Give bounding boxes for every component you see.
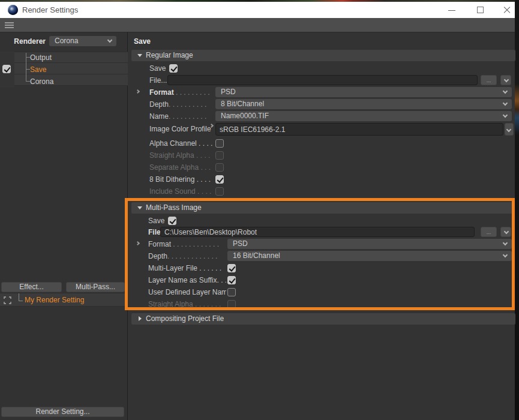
triangle-right-icon xyxy=(139,316,142,321)
regular-depth-dropdown[interactable]: 8 Bit/Channel xyxy=(215,99,512,109)
sidebar-item-output[interactable] xyxy=(0,52,128,63)
titlebar[interactable]: Render Settings xyxy=(0,2,515,18)
include-sound-checkbox xyxy=(215,187,224,196)
chevron-down-icon xyxy=(504,77,509,82)
regular-format-dropdown[interactable]: PSD xyxy=(215,87,512,97)
multipass-format-expander-icon[interactable] xyxy=(136,241,140,245)
regular-icc-options-button[interactable] xyxy=(505,123,514,136)
minimize-icon xyxy=(448,10,455,11)
regular-format-label: Format . . . . . . . . . xyxy=(149,86,213,98)
regular-file-input[interactable] xyxy=(167,75,478,85)
chevron-down-icon xyxy=(504,229,509,234)
multipass-file-input[interactable] xyxy=(160,227,475,237)
panel-title: Save xyxy=(134,37,151,46)
sidebar-item-save[interactable] xyxy=(0,63,128,74)
chevron-down-icon xyxy=(503,101,508,106)
regular-save-row: Save xyxy=(149,62,178,74)
multilayer-file-checkbox[interactable] xyxy=(227,264,236,272)
multipass-file-browse-button[interactable]: ... xyxy=(481,227,497,237)
maximize-button[interactable] xyxy=(470,2,491,18)
multipass-save-row: Save xyxy=(148,215,176,227)
close-button[interactable] xyxy=(496,2,518,18)
background-app-strip-right xyxy=(515,0,519,420)
triangle-down-icon xyxy=(137,206,142,209)
multipass-file-label: File xyxy=(148,226,161,238)
format-expander-icon[interactable] xyxy=(136,89,140,94)
chevron-down-icon xyxy=(503,89,508,94)
regular-file-options-button[interactable] xyxy=(500,75,511,85)
save-settings-panel: Save Regular Image Save File... ... Form… xyxy=(128,32,515,420)
window-title: Render Settings xyxy=(22,2,78,18)
render-settings-window: Render Settings Renderer Corona xyxy=(0,2,515,420)
separate-alpha-label: Separate Alpha . . . xyxy=(149,161,214,173)
chevron-down-icon xyxy=(506,127,511,132)
dithering-label: 8 Bit Dithering . . . . xyxy=(149,173,214,185)
compositing-project-file-group-header[interactable]: Compositing Project File xyxy=(131,313,515,325)
menubar xyxy=(0,18,515,32)
sidebar-item-corona[interactable] xyxy=(0,74,128,86)
multipass-format-label: Format . . . . . . . . . . . . xyxy=(148,238,225,250)
tree-label-corona[interactable]: Corona xyxy=(30,76,53,88)
user-defined-layer-name-checkbox[interactable] xyxy=(227,288,236,296)
chevron-down-icon xyxy=(107,38,112,43)
multilayer-file-label: Multi-Layer File . . . . . . xyxy=(148,262,226,274)
regular-name-label: Name. . . . . . . . . . xyxy=(149,110,213,122)
chevron-down-icon xyxy=(503,253,508,257)
tree-label-output[interactable]: Output xyxy=(30,52,52,64)
multipass-image-group-header[interactable]: Multi-Pass Image xyxy=(131,202,512,214)
effect-button[interactable]: Effect... xyxy=(1,282,62,292)
render-setting-item-label: My Render Setting xyxy=(25,293,84,307)
alpha-channel-label: Alpha Channel . . . . xyxy=(149,137,214,149)
dithering-checkbox[interactable] xyxy=(215,175,224,184)
include-sound-label: Include Sound . . . . xyxy=(149,185,214,197)
hamburger-menu-icon[interactable] xyxy=(5,22,14,29)
tree-label-save[interactable]: Save xyxy=(30,64,46,76)
regular-save-checkbox[interactable] xyxy=(169,64,178,73)
regular-depth-label: Depth. . . . . . . . . . xyxy=(149,98,213,110)
render-settings-screen: Render Settings Renderer Corona xyxy=(0,0,519,420)
triangle-down-icon xyxy=(137,54,142,57)
renderer-dropdown[interactable]: Corona xyxy=(49,36,116,46)
tree-elbow-line xyxy=(19,293,19,301)
layer-name-suffix-checkbox[interactable] xyxy=(227,276,236,284)
save-enabled-checkbox[interactable] xyxy=(2,65,11,73)
multipass-save-checkbox[interactable] xyxy=(168,217,176,225)
render-setting-item[interactable]: My Render Setting xyxy=(0,293,128,307)
alpha-channel-checkbox[interactable] xyxy=(215,139,224,148)
cinema4d-app-icon xyxy=(8,5,18,15)
sidebar: Renderer Corona Output Save Cor xyxy=(0,32,128,420)
minimize-button[interactable] xyxy=(441,2,463,18)
multipass-file-options-button[interactable] xyxy=(500,227,511,237)
maximize-icon xyxy=(477,7,484,13)
regular-image-group-header[interactable]: Regular Image xyxy=(131,50,515,61)
regular-file-label: File... xyxy=(149,74,167,86)
user-defined-layer-name-label: User Defined Layer Name xyxy=(148,286,226,298)
multipass-depth-dropdown[interactable]: 16 Bit/Channel xyxy=(227,251,512,261)
straight-alpha-checkbox xyxy=(215,151,224,160)
regular-icc-label: Image Color Profile xyxy=(149,123,211,135)
multipass-format-dropdown[interactable]: PSD xyxy=(227,239,512,249)
multipass-straight-alpha-label: Straight Alpha . . . . . . . xyxy=(148,298,226,310)
multipass-straight-alpha-checkbox xyxy=(227,300,236,308)
render-setting-button[interactable]: Render Setting... xyxy=(1,407,124,417)
regular-icc-input[interactable] xyxy=(215,123,503,136)
multipass-depth-label: Depth. . . . . . . . . . . . . xyxy=(148,250,225,262)
regular-file-browse-button[interactable]: ... xyxy=(481,75,497,85)
chevron-down-icon xyxy=(503,241,508,245)
chevron-down-icon xyxy=(503,113,508,118)
layer-name-suffix-label: Layer Name as Suffix. . . xyxy=(148,274,226,286)
settings-tree xyxy=(0,52,128,86)
frame-corners-icon xyxy=(4,296,11,304)
separate-alpha-checkbox xyxy=(215,163,224,172)
regular-name-dropdown[interactable]: Name0000.TIF xyxy=(215,111,512,121)
renderer-label: Renderer xyxy=(0,36,46,47)
multi-pass-button[interactable]: Multi-Pass... xyxy=(66,282,125,292)
straight-alpha-label: Straight Alpha . . . . xyxy=(149,149,214,161)
